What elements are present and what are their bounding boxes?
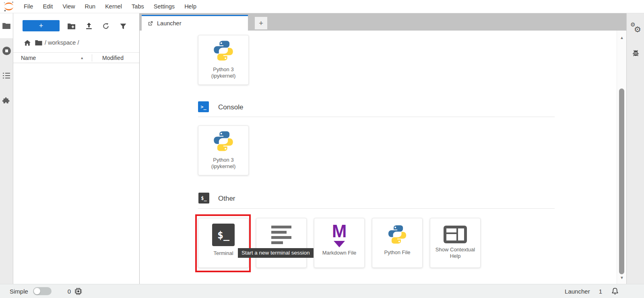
- file-list-header: Name ▲ Modified: [13, 52, 139, 63]
- kernel-chip-icon: [74, 288, 82, 295]
- breadcrumb-path[interactable]: / workspace /: [45, 39, 79, 46]
- running-sessions-icon: [2, 47, 11, 55]
- text-file-lines-icon: [271, 226, 291, 244]
- python-logo-icon: [212, 39, 235, 62]
- launcher-card-show-contextual-help[interactable]: Show Contextual Help: [430, 218, 481, 268]
- folder-icon: [2, 23, 10, 29]
- new-launcher-button[interactable]: +: [23, 20, 60, 31]
- status-bar-left: Simple 0: [10, 287, 82, 295]
- launcher-card-python-file[interactable]: Python File: [372, 218, 423, 268]
- launcher-content: Python 3(ipykernel) >_ Console Python 3(…: [140, 31, 626, 284]
- kernel-count: 0: [68, 288, 71, 295]
- jupyter-logo-icon: [2, 0, 16, 12]
- menu-bar: File Edit View Run Kernel Tabs Settings …: [0, 0, 644, 13]
- terminal-tooltip: Start a new terminal session: [238, 248, 314, 258]
- debugger-tab[interactable]: [632, 49, 640, 57]
- simple-mode-label: Simple: [10, 288, 28, 295]
- card-label: Show Contextual Help: [433, 247, 477, 260]
- tab-bar: Launcher +: [140, 13, 626, 31]
- upload-icon[interactable]: [85, 22, 93, 30]
- other-section-icon: $_: [198, 193, 209, 203]
- column-header-name[interactable]: Name: [21, 55, 36, 61]
- column-header-modified[interactable]: Modified: [102, 55, 124, 61]
- status-bar-right: Launcher 1: [565, 287, 619, 296]
- file-browser-panel: + / workspace / Name ▲: [13, 13, 140, 284]
- section-divider: [198, 117, 555, 117]
- markdown-icon: M: [332, 222, 347, 247]
- menu-item-kernel[interactable]: Kernel: [100, 1, 127, 12]
- filter-icon[interactable]: [119, 22, 127, 30]
- column-divider[interactable]: [92, 54, 92, 62]
- launcher-card-notebook-python3[interactable]: Python 3(ipykernel): [198, 35, 249, 85]
- launcher-card-terminal[interactable]: $_ Terminal: [198, 218, 249, 268]
- menu-item-tabs[interactable]: Tabs: [127, 1, 149, 12]
- console-section-icon: >_: [198, 101, 209, 112]
- puzzle-icon: [2, 97, 10, 105]
- card-label: Python 3(ipykernel): [211, 66, 236, 80]
- sidebar-tab-extensions[interactable]: [0, 88, 13, 113]
- card-label: Python 3(ipykernel): [211, 157, 236, 170]
- property-inspector-tab[interactable]: ⚙ ⚙: [630, 22, 642, 34]
- menu-items: File Edit View Run Kernel Tabs Settings …: [19, 1, 201, 12]
- card-label: Terminal: [213, 250, 233, 257]
- launcher-card-console-python3[interactable]: Python 3(ipykernel): [198, 125, 249, 175]
- right-activity-bar: ⚙ ⚙: [626, 13, 644, 284]
- refresh-icon[interactable]: [102, 22, 110, 30]
- launcher-card-markdown-file[interactable]: M Markdown File: [314, 218, 365, 268]
- sidebar-tab-running-sessions[interactable]: [0, 38, 13, 63]
- breadcrumb: / workspace /: [13, 37, 139, 48]
- contextual-help-icon: [444, 226, 467, 243]
- simple-mode-toggle[interactable]: [33, 287, 52, 295]
- python-logo-icon: [386, 224, 408, 245]
- breadcrumb-folder-icon[interactable]: [35, 40, 42, 45]
- bug-icon: [632, 49, 640, 57]
- jupyterlab-window: File Edit View Run Kernel Tabs Settings …: [0, 0, 644, 298]
- sidebar-tab-file-browser[interactable]: [0, 13, 13, 38]
- launcher-card-text-file[interactable]: [256, 218, 307, 268]
- file-list-empty-area[interactable]: [13, 64, 139, 284]
- new-folder-icon[interactable]: [67, 22, 75, 30]
- bell-icon[interactable]: [611, 287, 619, 296]
- menu-item-view[interactable]: View: [58, 1, 80, 12]
- terminal-icon: $_: [212, 224, 235, 246]
- new-tab-button[interactable]: +: [255, 17, 267, 29]
- python-logo-icon: [212, 129, 235, 153]
- tab-launcher[interactable]: Launcher: [142, 15, 248, 31]
- console-section-title: Console: [218, 103, 243, 111]
- sort-caret-icon[interactable]: ▲: [80, 56, 84, 60]
- status-bar: Simple 0 Launcher 1: [0, 284, 644, 298]
- scroll-down-icon[interactable]: ▼: [617, 275, 626, 280]
- card-label: Markdown File: [322, 250, 357, 256]
- menu-item-help[interactable]: Help: [180, 1, 201, 12]
- list-icon: [3, 71, 10, 80]
- menu-item-settings[interactable]: Settings: [149, 1, 180, 12]
- sidebar-tab-table-of-contents[interactable]: [0, 63, 13, 88]
- left-activity-bar: [0, 13, 13, 284]
- menu-item-run[interactable]: Run: [80, 1, 101, 12]
- main-dock-panel: Launcher + Python 3(ipykernel) >_: [140, 13, 626, 284]
- home-icon[interactable]: [24, 40, 31, 46]
- other-section-title: Other: [218, 195, 235, 203]
- toggle-knob: [34, 288, 40, 294]
- menu-item-file[interactable]: File: [19, 1, 38, 12]
- card-label: Python File: [384, 249, 410, 256]
- menu-item-edit[interactable]: Edit: [38, 1, 58, 12]
- file-browser-toolbar: +: [13, 18, 139, 34]
- vertical-scrollbar[interactable]: ▲ ▼: [617, 31, 626, 284]
- tab-launcher-label: Launcher: [157, 20, 181, 27]
- launcher-tab-icon: [147, 21, 153, 27]
- section-divider: [198, 208, 555, 209]
- notification-count: 1: [599, 288, 602, 295]
- scrollbar-thumb[interactable]: [619, 88, 624, 274]
- scroll-up-icon[interactable]: ▲: [617, 35, 626, 40]
- current-activity-label: Launcher: [565, 288, 590, 295]
